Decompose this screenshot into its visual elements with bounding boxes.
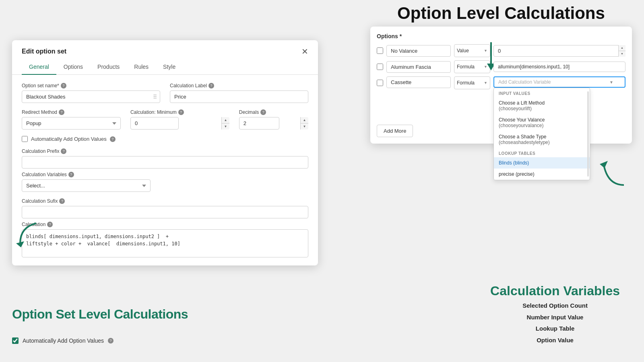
calculation-textarea[interactable]: blinds[ dimensions.input1, dimensions.in… xyxy=(22,229,308,257)
tab-general[interactable]: General xyxy=(22,60,56,75)
decimals-up-btn[interactable]: ▲ xyxy=(301,117,308,123)
tab-products[interactable]: Products xyxy=(90,60,127,75)
calc-variables-label: Calculation Variables ? xyxy=(22,172,308,177)
svg-marker-2 xyxy=(600,161,608,168)
close-button[interactable]: ✕ xyxy=(301,47,308,56)
decimals-input[interactable] xyxy=(239,117,279,130)
redirect-method-help-icon[interactable]: ? xyxy=(59,109,64,115)
calc-label-input[interactable] xyxy=(170,90,308,103)
dropdown-item-shade[interactable]: Choose a Shade Type(choseashadestyletype… xyxy=(494,131,590,148)
option-2-calc-var-display[interactable]: alluminum[dimensions.input1, 10] xyxy=(493,62,625,72)
decimals-down-btn[interactable]: ▼ xyxy=(301,123,308,130)
bottom-auto-add-label: Automatically Add Option Values xyxy=(23,337,104,344)
calc-minimum-label: Calculation: Minimum ? xyxy=(130,109,229,115)
option-3-name-input[interactable] xyxy=(386,76,451,88)
bottom-auto-add-help-icon[interactable]: ? xyxy=(108,338,114,343)
calc-prefix-input[interactable] xyxy=(22,156,308,169)
option-row-1: Value ▼ ▲ ▼ xyxy=(377,44,625,57)
calc-prefix-help-icon[interactable]: ? xyxy=(61,148,66,154)
option-1-name-input[interactable] xyxy=(386,45,451,57)
dropdown-item-lift[interactable]: Choose a Lift Method(chooseyourlift) xyxy=(494,97,590,114)
edit-option-set-modal: Edit option set ✕ General Options Produc… xyxy=(12,40,318,265)
calc-vars-list: Selected Option Count Number Input Value… xyxy=(490,300,620,346)
calculation-field-label: Calculation ? xyxy=(22,222,308,227)
bottom-auto-add-checkbox[interactable] xyxy=(12,337,19,344)
dropdown-chevron-icon: ▼ xyxy=(609,80,613,84)
calc-vars-item-3: Lookup Table xyxy=(490,323,620,335)
calc-minimum-up-btn[interactable]: ▲ xyxy=(222,117,229,123)
calc-vars-bottom-title: Calculation Variables xyxy=(490,284,620,298)
decimals-help-icon[interactable]: ? xyxy=(260,109,266,115)
option-1-value-up-btn[interactable]: ▲ xyxy=(619,45,625,51)
option-1-value-input[interactable] xyxy=(493,45,625,57)
calc-minimum-input[interactable] xyxy=(130,117,179,130)
option-set-level-title: Option Set Level Calculations xyxy=(12,307,188,322)
calc-var-dropdown-menu: INPUT VALUES Choose a Lift Method(choose… xyxy=(493,88,590,180)
auto-add-help-icon[interactable]: ? xyxy=(110,136,116,142)
lookup-tables-section-label: LOOKUP TABLES xyxy=(494,148,590,157)
option-2-checkbox[interactable] xyxy=(377,64,383,70)
auto-add-label: Automatically Add Option Values xyxy=(31,136,107,142)
tab-bar: General Options Products Rules Style xyxy=(12,60,318,75)
option-set-name-label: Option set name* ? xyxy=(22,83,160,88)
arrow-right-formula xyxy=(596,153,628,201)
arrow-left-bottom xyxy=(12,219,44,251)
calc-minimum-help-icon[interactable]: ? xyxy=(178,109,184,115)
calc-minimum-down-btn[interactable]: ▼ xyxy=(222,123,229,130)
tab-rules[interactable]: Rules xyxy=(127,60,156,75)
option-row-2: Formula ▼ alluminum[dimensions.input1, 1… xyxy=(377,60,625,73)
calc-prefix-label: Calculation Prefix ? xyxy=(22,148,308,154)
tab-style[interactable]: Style xyxy=(156,60,183,75)
calc-label-label: Calculation Label ? xyxy=(170,83,308,88)
calc-vars-item-2: Number Input Value xyxy=(490,312,620,323)
option-3-calc-var-input[interactable]: Add Calculation Variable ▼ xyxy=(493,76,625,88)
calc-variables-help-icon[interactable]: ? xyxy=(68,172,74,177)
add-more-button[interactable]: Add More xyxy=(377,125,413,137)
option-1-value-down-btn[interactable]: ▼ xyxy=(619,51,625,57)
edit-icon: ⠿ xyxy=(153,94,157,100)
calc-variables-select[interactable]: Select... xyxy=(22,179,151,192)
option-3-checkbox[interactable] xyxy=(377,80,383,86)
option-row-3: Formula ▼ Add Calculation Variable ▼ INP… xyxy=(377,76,625,89)
calc-suffix-input[interactable] xyxy=(22,206,308,218)
modal-title: Edit option set xyxy=(22,48,66,55)
dropdown-item-valance[interactable]: Choose Your Valance(chooseyourvalance) xyxy=(494,114,590,131)
redirect-method-label: Redirect Method ? xyxy=(22,109,121,115)
option-set-name-input[interactable] xyxy=(22,90,160,103)
option-set-name-help-icon[interactable]: ? xyxy=(61,83,66,88)
tab-options[interactable]: Options xyxy=(56,60,90,75)
options-header: Options * xyxy=(377,33,625,39)
calc-suffix-help-icon[interactable]: ? xyxy=(59,198,65,204)
dropdown-item-blinds[interactable]: Blinds (blinds) xyxy=(494,157,590,169)
calc-vars-item-4: Option Value xyxy=(490,335,620,346)
calc-vars-item-1: Selected Option Count xyxy=(490,300,620,312)
input-values-section-label: INPUT VALUES xyxy=(494,88,590,97)
option-3-type-select[interactable]: Formula ▼ xyxy=(454,76,490,89)
dropdown-scrollbar[interactable] xyxy=(587,91,589,177)
option-level-calc-title: Option Level Calculations xyxy=(397,4,605,23)
decimals-label: Decimals ? xyxy=(239,109,308,115)
dropdown-item-precise[interactable]: precise (precise) xyxy=(494,169,590,180)
redirect-method-select[interactable]: Popup xyxy=(22,117,121,130)
calculation-help-icon[interactable]: ? xyxy=(47,222,53,227)
calc-label-help-icon[interactable]: ? xyxy=(208,83,214,88)
calc-suffix-label: Calculation Sufix ? xyxy=(22,198,308,204)
option-1-checkbox[interactable] xyxy=(377,47,383,54)
option-2-name-input[interactable] xyxy=(386,61,451,73)
auto-add-checkbox[interactable] xyxy=(22,136,28,142)
